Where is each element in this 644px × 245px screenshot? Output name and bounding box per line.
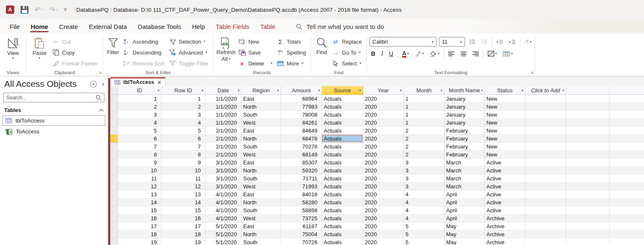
cell[interactable]: South <box>242 111 281 119</box>
tab-external-data[interactable]: External Data <box>83 19 132 34</box>
cell[interactable] <box>525 214 566 222</box>
cell[interactable]: 2020 <box>363 175 404 182</box>
cell[interactable]: Actuals <box>322 175 363 182</box>
cell[interactable]: 6 <box>161 135 205 143</box>
cell[interactable]: Actuals <box>322 198 363 206</box>
cell[interactable]: 70278 <box>281 143 322 151</box>
cell[interactable]: 10 <box>161 167 205 175</box>
cell[interactable]: 1/1/2020 <box>205 111 242 119</box>
cell[interactable]: 3/1/2020 <box>205 159 242 167</box>
paragraph-marks-button[interactable]: ›¶ ▾ <box>523 39 533 45</box>
nav-section-tables[interactable]: Tables <box>0 105 108 115</box>
cell[interactable]: Actuals <box>322 206 363 214</box>
cell[interactable]: New <box>485 119 525 127</box>
cell[interactable]: 2020 <box>363 238 404 245</box>
cell[interactable]: Actuals <box>322 222 363 230</box>
cell[interactable]: Active <box>485 167 525 175</box>
cell[interactable]: North <box>242 103 281 111</box>
column-filter-dropdown-icon[interactable]: ▾ <box>400 89 402 92</box>
cell[interactable]: Active <box>485 182 525 190</box>
cell[interactable]: 2/1/2020 <box>205 151 242 159</box>
cell[interactable]: New <box>485 127 525 135</box>
save-record-button[interactable]: Save <box>236 47 275 58</box>
column-filter-dropdown-icon[interactable]: ▾ <box>158 89 159 92</box>
cell[interactable]: East <box>242 190 281 198</box>
cell[interactable]: March <box>444 159 485 167</box>
cell[interactable]: Actuals <box>322 230 363 238</box>
cell[interactable]: 1 <box>404 95 444 103</box>
cell[interactable]: 13 <box>161 190 205 198</box>
cell[interactable]: Active <box>485 206 525 214</box>
delete-record-button[interactable]: × Delete ▾ <box>236 58 275 69</box>
cell[interactable]: North <box>242 167 281 175</box>
cell[interactable]: 1/1/2020 <box>205 119 242 127</box>
cell[interactable]: Active <box>485 175 525 182</box>
cell[interactable]: 7 <box>118 143 161 151</box>
document-tab-tbltoaccess[interactable]: tblToAccess ✕ <box>110 77 166 86</box>
nav-menu-dropdown[interactable] <box>90 81 97 88</box>
background-color-button[interactable]: ▾ <box>428 51 441 57</box>
cell[interactable]: 68478 <box>281 135 322 143</box>
text-formatting-dialog-launcher[interactable]: ↘ <box>530 70 534 75</box>
column-header-source[interactable]: Source▾ <box>322 86 363 95</box>
selected-cell[interactable]: Actuals <box>322 135 363 143</box>
bullets-button[interactable] <box>467 39 477 44</box>
cell[interactable] <box>525 143 566 151</box>
cell[interactable]: 2020 <box>363 159 404 167</box>
cell[interactable]: 1 <box>404 111 444 119</box>
cell[interactable]: February <box>444 143 485 151</box>
tab-home[interactable]: Home <box>25 19 54 34</box>
descending-button[interactable]: ZA↓ Descending <box>120 47 166 58</box>
cell[interactable]: South <box>242 175 281 182</box>
gridlines-button[interactable]: ▾ <box>486 51 499 57</box>
cell[interactable]: Actuals <box>322 238 363 245</box>
copy-button[interactable]: Copy <box>50 47 100 58</box>
row-selector[interactable] <box>110 190 118 198</box>
tab-table-fields[interactable]: Table Fields <box>210 19 255 34</box>
highlight-color-button[interactable]: ▾ <box>413 51 426 57</box>
row-selector[interactable] <box>110 214 118 222</box>
cell[interactable]: April <box>444 206 485 214</box>
cell[interactable]: 4/1/2020 <box>205 214 242 222</box>
cell[interactable]: Actuals <box>322 182 363 190</box>
toggle-filter-button[interactable]: Toggle Filter <box>166 58 210 69</box>
cell[interactable]: New <box>485 95 525 103</box>
cell[interactable]: 73725 <box>281 214 322 222</box>
cell[interactable]: 2020 <box>363 198 404 206</box>
row-selector[interactable] <box>110 103 118 111</box>
row-selector[interactable] <box>110 222 118 230</box>
cell[interactable]: 18 <box>118 230 161 238</box>
cell[interactable]: 12 <box>118 182 161 190</box>
cell[interactable]: 2020 <box>363 135 404 143</box>
cell[interactable]: 78008 <box>281 111 322 119</box>
cell[interactable] <box>525 135 566 143</box>
cell[interactable]: 2020 <box>363 182 404 190</box>
cell[interactable]: March <box>444 175 485 182</box>
cell[interactable]: 19 <box>118 238 161 245</box>
row-selector[interactable] <box>110 206 118 214</box>
cell[interactable]: 5 <box>161 127 205 135</box>
cell[interactable]: 3 <box>118 111 161 119</box>
column-filter-dropdown-icon[interactable]: ▾ <box>562 89 564 92</box>
cell[interactable]: 2020 <box>363 143 404 151</box>
totals-button[interactable]: Σ Totals <box>275 36 308 47</box>
cell[interactable]: 5/1/2020 <box>205 238 242 245</box>
cell[interactable]: April <box>444 214 485 222</box>
row-selector[interactable] <box>110 182 118 190</box>
tell-me-box[interactable]: Tell me what you want to do <box>296 23 384 30</box>
cell[interactable]: 2 <box>404 135 444 143</box>
new-record-button[interactable]: + New <box>236 36 275 47</box>
column-header-month-name[interactable]: Month Name▾ <box>444 86 485 95</box>
column-filter-dropdown-icon[interactable]: ▾ <box>202 89 203 92</box>
cell[interactable] <box>525 198 566 206</box>
cell[interactable]: 2020 <box>363 95 404 103</box>
cell[interactable]: May <box>444 222 485 230</box>
cell[interactable]: 1 <box>404 119 444 127</box>
cell[interactable]: Actuals <box>322 214 363 222</box>
cell[interactable]: West <box>242 119 281 127</box>
row-selector[interactable] <box>110 119 118 127</box>
column-filter-dropdown-icon[interactable]: ▾ <box>522 89 523 92</box>
cell[interactable]: 5 <box>404 222 444 230</box>
cell[interactable]: 4 <box>404 190 444 198</box>
row-selector[interactable] <box>110 151 118 159</box>
